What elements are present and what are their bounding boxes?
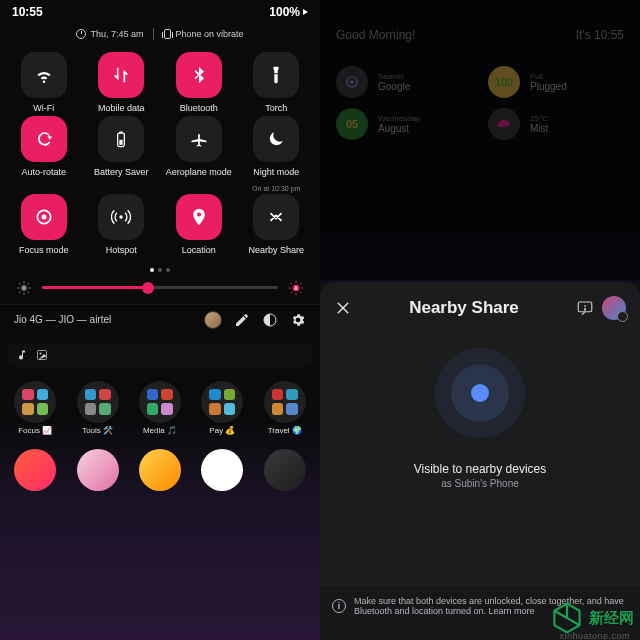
- pin-icon: [189, 207, 209, 227]
- widget-circle: 05: [336, 108, 368, 140]
- account-avatar[interactable]: [602, 296, 626, 320]
- qs-tile-nearby[interactable]: Nearby Share: [239, 194, 315, 256]
- svg-line-13: [19, 291, 20, 292]
- watermark-text: 新经网: [589, 609, 634, 628]
- app-icon[interactable]: [139, 449, 181, 491]
- nearby-icon: [266, 207, 286, 227]
- widget-line1: Full: [530, 72, 567, 81]
- clock: 10:55: [12, 5, 43, 19]
- ringer-chip[interactable]: Phone on vibrate: [164, 29, 243, 39]
- home-with-sheet: Good Morning! It's 10:55 SearchGoogle100…: [320, 0, 640, 640]
- qs-label: Focus mode: [19, 246, 69, 256]
- widget-circle: [488, 108, 520, 140]
- qs-label: Aeroplane mode: [166, 168, 232, 178]
- qs-tile-location[interactable]: Location: [161, 194, 237, 256]
- plane-icon: [189, 129, 209, 149]
- theme-icon[interactable]: [262, 312, 278, 328]
- moon-icon: [266, 129, 286, 149]
- folder-dock: Focus 📈Tools 🛠️Media 🎵Pay 💰Travel 🌍: [0, 375, 320, 435]
- hotspot-icon: [111, 207, 131, 227]
- home-widget[interactable]: 25°CMist: [488, 108, 624, 140]
- qs-tile-hotspot[interactable]: Hotspot: [84, 194, 160, 256]
- brightness-auto-icon[interactable]: A: [288, 280, 304, 296]
- folder-icon: [77, 381, 119, 423]
- home-widget[interactable]: 100FullPlugged: [488, 66, 624, 98]
- widget-line1: Wednesday: [378, 114, 420, 123]
- settings-icon[interactable]: [290, 312, 306, 328]
- folder-label: Focus 📈: [18, 426, 52, 435]
- qs-button-torch[interactable]: [253, 52, 299, 98]
- brightness-slider[interactable]: [42, 286, 278, 289]
- edit-icon[interactable]: [234, 312, 250, 328]
- qs-tile-wifi[interactable]: Wi-Fi: [6, 52, 82, 114]
- folder-icon: [139, 381, 181, 423]
- folder-icon: [14, 381, 56, 423]
- qs-label: Wi-Fi: [33, 104, 54, 114]
- date-line: Thu, 7:45 am Phone on vibrate: [0, 28, 320, 40]
- qs-tile-nightmode[interactable]: Night modeOn at 10:30 pm: [239, 116, 315, 192]
- folder-label: Tools 🛠️: [82, 426, 113, 435]
- brightness-row: A: [0, 276, 320, 304]
- dock-folder[interactable]: Travel 🌍: [264, 381, 306, 435]
- qs-button-location[interactable]: [176, 194, 222, 240]
- qs-tile-battsaver[interactable]: Battery Saver: [84, 116, 160, 192]
- svg-rect-2: [120, 140, 123, 145]
- qs-button-bluetooth[interactable]: [176, 52, 222, 98]
- app-icon[interactable]: [14, 449, 56, 491]
- qs-tile-torch[interactable]: Torch: [239, 52, 315, 114]
- visibility-text: Visible to nearby devices: [320, 462, 640, 476]
- dock-folder[interactable]: Tools 🛠️: [77, 381, 119, 435]
- qs-button-wifi[interactable]: [21, 52, 67, 98]
- qs-tile-autorotate[interactable]: Auto-rotate: [6, 116, 82, 192]
- folder-icon: [264, 381, 306, 423]
- home-widget[interactable]: 05WednesdayAugust: [336, 108, 472, 140]
- qs-button-focusmode[interactable]: [21, 194, 67, 240]
- home-widget[interactable]: SearchGoogle: [336, 66, 472, 98]
- widget-line1: Search: [378, 72, 410, 81]
- app-icon[interactable]: [77, 449, 119, 491]
- user-avatar[interactable]: [204, 311, 222, 329]
- qs-label: Nearby Share: [248, 246, 304, 256]
- folder-label: Travel 🌍: [268, 426, 302, 435]
- qs-tile-mobiledata[interactable]: Mobile data: [84, 52, 160, 114]
- radar-graphic: [320, 348, 640, 438]
- widget-circle: [336, 66, 368, 98]
- folder-label: Media 🎵: [143, 426, 177, 435]
- qs-footer: Jio 4G — JIO — airtel: [0, 304, 320, 339]
- alarm-chip[interactable]: Thu, 7:45 am: [76, 29, 143, 39]
- folder-icon: [201, 381, 243, 423]
- svg-line-14: [27, 283, 28, 284]
- slider-thumb[interactable]: [142, 282, 154, 294]
- qs-button-mobiledata[interactable]: [98, 52, 144, 98]
- qs-button-aeroplane[interactable]: [176, 116, 222, 162]
- app-icon[interactable]: [264, 449, 306, 491]
- svg-point-27: [40, 352, 42, 354]
- qs-button-hotspot[interactable]: [98, 194, 144, 240]
- watermark-url: xinhuatone.com: [559, 631, 630, 640]
- qs-button-nearby[interactable]: [253, 194, 299, 240]
- qs-tile-focusmode[interactable]: Focus mode: [6, 194, 82, 256]
- svg-point-6: [21, 285, 26, 290]
- qs-button-nightmode[interactable]: [253, 116, 299, 162]
- feedback-icon[interactable]: [576, 299, 594, 317]
- qs-label: Location: [182, 246, 216, 256]
- media-strip[interactable]: [8, 343, 312, 367]
- qs-label: Auto-rotate: [21, 168, 66, 178]
- music-icon: [16, 349, 28, 361]
- qs-button-autorotate[interactable]: [21, 116, 67, 162]
- info-icon: i: [332, 599, 346, 613]
- alarm-icon: [76, 29, 86, 39]
- qs-tile-bluetooth[interactable]: Bluetooth: [161, 52, 237, 114]
- dock-folder[interactable]: Pay 💰: [201, 381, 243, 435]
- pager-dots[interactable]: [0, 268, 320, 272]
- close-icon[interactable]: [334, 299, 352, 317]
- qs-button-battsaver[interactable]: [98, 116, 144, 162]
- app-icon[interactable]: [201, 449, 243, 491]
- brightness-low-icon: [16, 280, 32, 296]
- qs-tile-aeroplane[interactable]: Aeroplane mode: [161, 116, 237, 192]
- svg-line-12: [27, 291, 28, 292]
- dock-folder[interactable]: Focus 📈: [14, 381, 56, 435]
- dock-folder[interactable]: Media 🎵: [139, 381, 181, 435]
- greeting-text: Good Morning!: [336, 28, 415, 42]
- svg-point-33: [584, 309, 585, 310]
